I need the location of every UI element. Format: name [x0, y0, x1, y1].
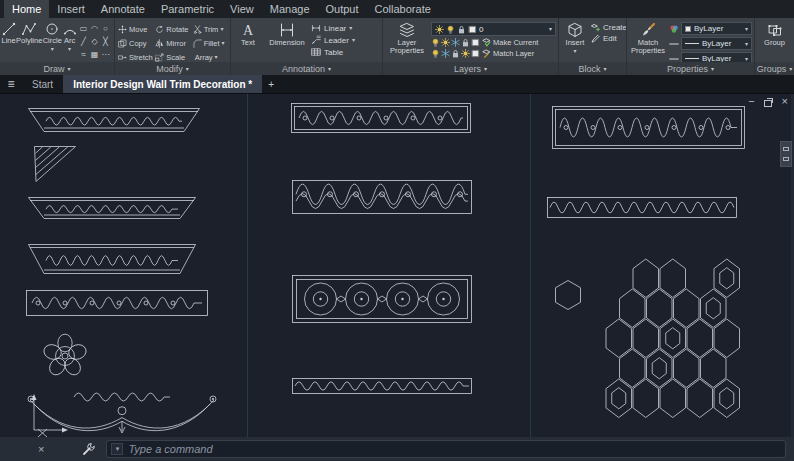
navigation-bar[interactable] — [780, 141, 792, 167]
trim-strip-left[interactable] — [28, 197, 196, 219]
layer-off-icon[interactable] — [431, 38, 440, 47]
layer-swatch-icon[interactable] — [471, 38, 480, 47]
annotation-panel-footer[interactable]: Annotation ▾ — [231, 62, 382, 75]
ornate-border-mid-top[interactable] — [291, 103, 471, 133]
groups-panel-footer[interactable]: Groups ▾ — [755, 62, 794, 75]
hexagon-grid[interactable] — [606, 259, 746, 425]
layer-properties-button[interactable]: Layer Properties — [385, 20, 429, 62]
new-drawing-tab-button[interactable]: + — [262, 75, 280, 93]
scale-button[interactable]: Scale — [154, 50, 190, 62]
layer-on-off-icon[interactable] — [431, 49, 440, 58]
layers-panel-footer[interactable]: Layers ▾ — [383, 62, 558, 75]
crown-molding-top-left[interactable] — [28, 108, 200, 132]
ribbon-tab-view[interactable]: View — [222, 0, 262, 18]
ribbon-tab-home[interactable]: Home — [4, 0, 49, 18]
array-button[interactable]: Array▾ — [192, 50, 228, 62]
polyline-button[interactable]: Polyline — [17, 20, 41, 62]
color-wheel-icon[interactable] — [669, 24, 679, 34]
spline-tool-icon[interactable]: ≈ — [78, 48, 89, 61]
copy-button[interactable]: Copy — [117, 36, 153, 50]
move-button[interactable]: Move — [117, 22, 153, 36]
polygon-tool-icon[interactable]: ◇ — [89, 35, 100, 48]
document-tab[interactable]: Interior Design Wall Trim Decoration * — [63, 75, 262, 93]
file-tabs-menu-button[interactable]: ≡ — [0, 75, 22, 93]
ribbon-tab-collaborate[interactable]: Collaborate — [367, 0, 439, 18]
corner-ornament[interactable] — [34, 146, 76, 182]
ribbon-tab-insert[interactable]: Insert — [49, 0, 93, 18]
lineweight-dropdown[interactable]: ByLayer ▾ — [681, 37, 752, 50]
thin-border-mid[interactable] — [292, 378, 472, 394]
layer-lock-icon[interactable] — [461, 38, 470, 47]
layer-isolate-icon[interactable] — [441, 38, 450, 47]
ribbon-tab-manage[interactable]: Manage — [262, 0, 318, 18]
stretch-button[interactable]: Stretch — [117, 50, 153, 62]
minimize-drawing-button[interactable]: − — [748, 96, 754, 107]
insert-button[interactable]: Insert ▾ — [561, 20, 589, 62]
origin-cross[interactable] — [38, 429, 47, 437]
scroll-border-mid[interactable] — [292, 180, 472, 214]
mirror-button[interactable]: Mirror — [154, 36, 190, 50]
line-button[interactable]: Line — [2, 20, 15, 62]
trim-button[interactable]: Trim▾ — [192, 22, 228, 36]
object-color-dropdown[interactable]: ByLayer ▾ — [681, 22, 752, 35]
match-properties-button[interactable]: Match Properties — [629, 20, 667, 62]
circle-border-mid[interactable] — [292, 275, 472, 323]
leader-button[interactable]: Leader ▾ — [311, 35, 355, 45]
close-drawing-button[interactable]: × — [782, 96, 788, 107]
modify-panel-footer[interactable]: Modify ▾ — [115, 62, 230, 75]
restore-drawing-button[interactable] — [764, 98, 773, 106]
ribbon-tab-annotate[interactable]: Annotate — [93, 0, 153, 18]
layer-freeze-icon[interactable] — [451, 38, 460, 47]
layer-walk-icon[interactable] — [461, 49, 470, 58]
close-commandline-icon[interactable]: × — [38, 443, 44, 455]
linetype-dropdown[interactable]: ByLayer ▾ — [681, 52, 752, 62]
group-button[interactable]: Group — [757, 20, 792, 62]
block-panel-footer[interactable]: Block ▾ — [559, 62, 626, 75]
layer-state-icon[interactable] — [471, 49, 480, 58]
hexagon-single[interactable] — [555, 280, 581, 310]
rotate-button[interactable]: Rotate — [154, 22, 190, 36]
layer-dropdown[interactable]: 0 ▾ — [431, 22, 556, 36]
ornate-border-left[interactable] — [26, 290, 208, 316]
command-input[interactable] — [128, 443, 781, 455]
arc-tool-icon[interactable]: ◠ — [89, 22, 100, 35]
draw-panel-footer[interactable]: Draw ▾ — [0, 62, 114, 75]
rectangle-tool-icon[interactable]: ▭ — [78, 22, 89, 35]
gradient-tool-icon[interactable]: ▦ — [89, 48, 100, 61]
match-properties-icon — [640, 22, 656, 38]
rosette[interactable] — [42, 334, 88, 378]
lineweight-icon[interactable] — [669, 39, 679, 49]
layer-unlock-icon[interactable] — [451, 49, 460, 58]
thin-border-right[interactable] — [547, 197, 737, 218]
ornate-border-right[interactable] — [552, 106, 745, 149]
dimension-button[interactable]: Dimension — [265, 20, 309, 62]
hatch-tool-icon[interactable]: ╳ — [100, 35, 111, 48]
table-button[interactable]: Table — [311, 47, 355, 57]
properties-panel-footer[interactable]: Properties ▾ — [627, 62, 754, 75]
recent-commands-icon[interactable]: ▾ — [111, 443, 123, 455]
ribbon-tab-parametric[interactable]: Parametric — [153, 0, 222, 18]
linear-button[interactable]: Linear ▾ — [311, 23, 355, 33]
drawing-canvas[interactable]: − × — [0, 93, 794, 437]
fillet-button[interactable]: Fillet▾ — [192, 36, 228, 50]
edit-block-button[interactable]: Edit — [591, 34, 626, 43]
circle-tool-icon[interactable]: ○ — [100, 22, 111, 35]
edit-block-icon — [591, 34, 600, 43]
start-tab[interactable]: Start — [22, 75, 63, 93]
ribbon-tab-output[interactable]: Output — [318, 0, 367, 18]
line-tool-icon[interactable]: ╱ — [78, 35, 89, 48]
text-button[interactable]: A Text — [233, 20, 263, 62]
svg-text:A: A — [243, 23, 254, 38]
linetype-icon[interactable] — [669, 54, 679, 63]
customize-commandline-icon[interactable] — [82, 442, 96, 456]
create-block-button[interactable]: Create — [591, 23, 626, 32]
match-layer-button[interactable]: Match Layer — [482, 49, 534, 58]
crown-molding-left[interactable] — [28, 244, 196, 274]
make-current-button[interactable]: Make Current — [482, 38, 538, 47]
point-tool-icon[interactable]: ⋯ — [100, 48, 111, 61]
arc-button[interactable]: Arc ▾ — [63, 20, 76, 62]
layer-thaw-icon[interactable] — [441, 49, 450, 58]
chevron-down-icon: ▾ — [51, 46, 54, 52]
circle-button[interactable]: Circle ▾ — [43, 20, 61, 62]
chevron-down-icon: ▾ — [549, 26, 552, 32]
